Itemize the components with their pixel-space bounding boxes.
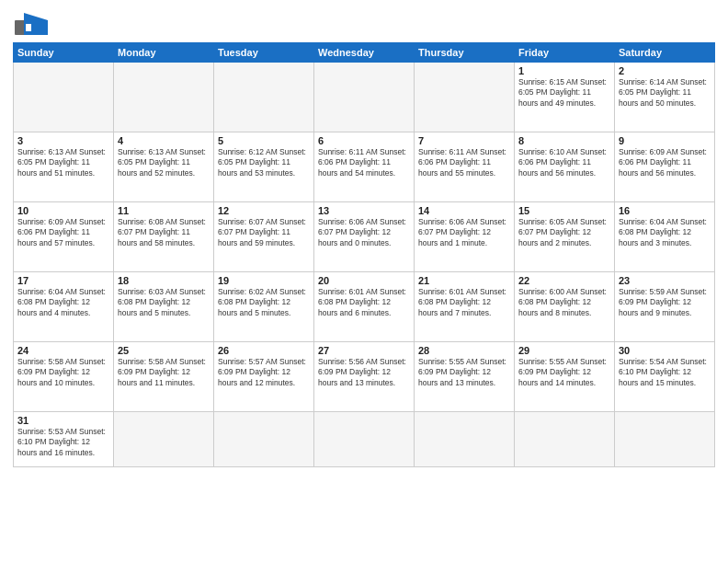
calendar-cell: 24Sunrise: 5:58 AM Sunset: 6:09 PM Dayli…: [14, 342, 114, 412]
calendar-cell: 26Sunrise: 5:57 AM Sunset: 6:09 PM Dayli…: [214, 342, 314, 412]
calendar-cell: 15Sunrise: 6:05 AM Sunset: 6:07 PM Dayli…: [515, 202, 615, 272]
calendar-cell: [415, 63, 515, 132]
day-info: Sunrise: 6:12 AM Sunset: 6:05 PM Dayligh…: [218, 147, 310, 178]
calendar-cell: 19Sunrise: 6:02 AM Sunset: 6:08 PM Dayli…: [214, 272, 314, 342]
calendar-header-row: SundayMondayTuesdayWednesdayThursdayFrid…: [14, 43, 715, 63]
day-number: 31: [17, 415, 109, 426]
calendar-cell: 16Sunrise: 6:04 AM Sunset: 6:08 PM Dayli…: [615, 202, 715, 272]
day-info: Sunrise: 6:00 AM Sunset: 6:08 PM Dayligh…: [518, 287, 610, 318]
day-info: Sunrise: 5:58 AM Sunset: 6:09 PM Dayligh…: [118, 357, 210, 388]
day-info: Sunrise: 6:09 AM Sunset: 6:06 PM Dayligh…: [17, 217, 109, 248]
day-number: 24: [17, 345, 109, 356]
day-number: 18: [118, 275, 210, 286]
day-info: Sunrise: 5:56 AM Sunset: 6:09 PM Dayligh…: [318, 357, 410, 388]
calendar-cell: 10Sunrise: 6:09 AM Sunset: 6:06 PM Dayli…: [14, 202, 114, 272]
day-number: 1: [518, 65, 610, 76]
calendar-cell: 18Sunrise: 6:03 AM Sunset: 6:08 PM Dayli…: [114, 272, 214, 342]
day-info: Sunrise: 5:53 AM Sunset: 6:10 PM Dayligh…: [17, 427, 109, 458]
day-number: 20: [318, 275, 410, 286]
day-number: 28: [418, 345, 510, 356]
day-number: 7: [418, 135, 510, 146]
day-number: 11: [118, 205, 210, 216]
calendar-week-5: 31Sunrise: 5:53 AM Sunset: 6:10 PM Dayli…: [14, 412, 715, 467]
day-number: 25: [118, 345, 210, 356]
calendar-cell: [515, 412, 615, 467]
calendar-cell: [114, 63, 214, 132]
calendar-week-3: 17Sunrise: 6:04 AM Sunset: 6:08 PM Dayli…: [14, 272, 715, 342]
day-info: Sunrise: 6:10 AM Sunset: 6:06 PM Dayligh…: [518, 147, 610, 178]
day-info: Sunrise: 6:13 AM Sunset: 6:05 PM Dayligh…: [118, 147, 210, 178]
calendar-cell: 25Sunrise: 5:58 AM Sunset: 6:09 PM Dayli…: [114, 342, 214, 412]
day-info: Sunrise: 6:03 AM Sunset: 6:08 PM Dayligh…: [118, 287, 210, 318]
calendar-cell: 9Sunrise: 6:09 AM Sunset: 6:06 PM Daylig…: [615, 132, 715, 202]
day-number: 30: [619, 345, 711, 356]
day-number: 2: [619, 65, 711, 76]
page: SundayMondayTuesdayWednesdayThursdayFrid…: [0, 0, 728, 563]
calendar-cell: 30Sunrise: 5:54 AM Sunset: 6:10 PM Dayli…: [615, 342, 715, 412]
calendar-cell: 8Sunrise: 6:10 AM Sunset: 6:06 PM Daylig…: [515, 132, 615, 202]
calendar-cell: 28Sunrise: 5:55 AM Sunset: 6:09 PM Dayli…: [415, 342, 515, 412]
calendar-cell: [14, 63, 114, 132]
calendar-cell: [615, 412, 715, 467]
day-info: Sunrise: 6:13 AM Sunset: 6:05 PM Dayligh…: [17, 147, 109, 178]
day-number: 3: [17, 135, 109, 146]
day-info: Sunrise: 6:06 AM Sunset: 6:07 PM Dayligh…: [418, 217, 510, 248]
day-info: Sunrise: 6:01 AM Sunset: 6:08 PM Dayligh…: [418, 287, 510, 318]
calendar-cell: 1Sunrise: 6:15 AM Sunset: 6:05 PM Daylig…: [515, 63, 615, 132]
calendar-cell: 11Sunrise: 6:08 AM Sunset: 6:07 PM Dayli…: [114, 202, 214, 272]
day-number: 5: [218, 135, 310, 146]
calendar-week-2: 10Sunrise: 6:09 AM Sunset: 6:06 PM Dayli…: [14, 202, 715, 272]
calendar-cell: [314, 63, 415, 132]
calendar-week-1: 3Sunrise: 6:13 AM Sunset: 6:05 PM Daylig…: [14, 132, 715, 202]
day-info: Sunrise: 6:09 AM Sunset: 6:06 PM Dayligh…: [619, 147, 711, 178]
calendar-cell: 3Sunrise: 6:13 AM Sunset: 6:05 PM Daylig…: [14, 132, 114, 202]
day-header-friday: Friday: [515, 43, 615, 63]
day-number: 19: [218, 275, 310, 286]
day-number: 10: [17, 205, 109, 216]
day-header-tuesday: Tuesday: [214, 43, 314, 63]
day-info: Sunrise: 5:59 AM Sunset: 6:09 PM Dayligh…: [619, 287, 711, 318]
calendar-week-4: 24Sunrise: 5:58 AM Sunset: 6:09 PM Dayli…: [14, 342, 715, 412]
calendar-cell: 20Sunrise: 6:01 AM Sunset: 6:08 PM Dayli…: [314, 272, 415, 342]
day-header-thursday: Thursday: [415, 43, 515, 63]
day-info: Sunrise: 6:04 AM Sunset: 6:08 PM Dayligh…: [619, 217, 711, 248]
day-number: 8: [518, 135, 610, 146]
day-number: 4: [118, 135, 210, 146]
calendar-week-0: 1Sunrise: 6:15 AM Sunset: 6:05 PM Daylig…: [14, 63, 715, 132]
day-header-sunday: Sunday: [14, 43, 114, 63]
logo: [13, 11, 53, 37]
calendar-cell: 12Sunrise: 6:07 AM Sunset: 6:07 PM Dayli…: [214, 202, 314, 272]
day-number: 21: [418, 275, 510, 286]
day-number: 14: [418, 205, 510, 216]
calendar-cell: 6Sunrise: 6:11 AM Sunset: 6:06 PM Daylig…: [314, 132, 415, 202]
day-info: Sunrise: 6:14 AM Sunset: 6:05 PM Dayligh…: [619, 77, 711, 109]
calendar-cell: 4Sunrise: 6:13 AM Sunset: 6:05 PM Daylig…: [114, 132, 214, 202]
day-info: Sunrise: 5:55 AM Sunset: 6:09 PM Dayligh…: [418, 357, 510, 388]
calendar-cell: 13Sunrise: 6:06 AM Sunset: 6:07 PM Dayli…: [314, 202, 415, 272]
day-info: Sunrise: 6:15 AM Sunset: 6:05 PM Dayligh…: [518, 77, 610, 109]
day-number: 12: [218, 205, 310, 216]
day-number: 16: [619, 205, 711, 216]
day-number: 23: [619, 275, 711, 286]
day-number: 17: [17, 275, 109, 286]
calendar-table: SundayMondayTuesdayWednesdayThursdayFrid…: [13, 42, 715, 467]
day-info: Sunrise: 6:06 AM Sunset: 6:07 PM Dayligh…: [318, 217, 410, 248]
day-info: Sunrise: 6:04 AM Sunset: 6:08 PM Dayligh…: [17, 287, 109, 318]
calendar-cell: 5Sunrise: 6:12 AM Sunset: 6:05 PM Daylig…: [214, 132, 314, 202]
calendar-cell: 14Sunrise: 6:06 AM Sunset: 6:07 PM Dayli…: [415, 202, 515, 272]
calendar-cell: 21Sunrise: 6:01 AM Sunset: 6:08 PM Dayli…: [415, 272, 515, 342]
calendar-cell: [214, 63, 314, 132]
day-number: 15: [518, 205, 610, 216]
day-info: Sunrise: 6:07 AM Sunset: 6:07 PM Dayligh…: [218, 217, 310, 248]
day-info: Sunrise: 5:54 AM Sunset: 6:10 PM Dayligh…: [619, 357, 711, 388]
calendar-cell: 17Sunrise: 6:04 AM Sunset: 6:08 PM Dayli…: [14, 272, 114, 342]
svg-rect-2: [26, 24, 31, 31]
day-info: Sunrise: 6:11 AM Sunset: 6:06 PM Dayligh…: [418, 147, 510, 178]
day-number: 26: [218, 345, 310, 356]
day-info: Sunrise: 6:05 AM Sunset: 6:07 PM Dayligh…: [518, 217, 610, 248]
day-number: 13: [318, 205, 410, 216]
calendar-cell: [415, 412, 515, 467]
day-header-monday: Monday: [114, 43, 214, 63]
calendar-cell: 31Sunrise: 5:53 AM Sunset: 6:10 PM Dayli…: [14, 412, 114, 467]
calendar-cell: 7Sunrise: 6:11 AM Sunset: 6:06 PM Daylig…: [415, 132, 515, 202]
